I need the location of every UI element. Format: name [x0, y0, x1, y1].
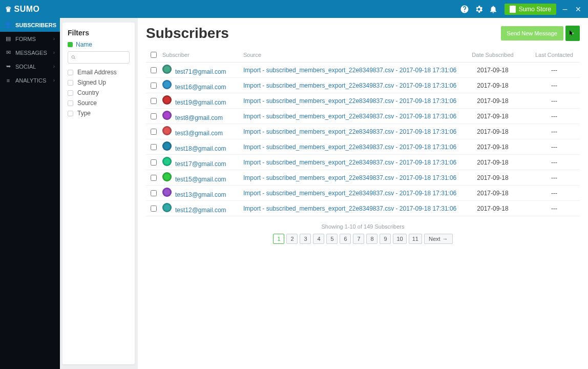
subscriber-email[interactable]: test12@gmail.com: [175, 207, 226, 214]
nav-label: ANALYTICS: [15, 77, 46, 84]
sumo-store-button[interactable]: Sumo Store: [505, 4, 556, 15]
select-all-checkbox[interactable]: [151, 52, 157, 58]
page-11[interactable]: 11: [409, 234, 422, 244]
filter-option-source[interactable]: Source: [68, 99, 130, 107]
close-icon[interactable]: ✕: [574, 5, 583, 13]
table-row[interactable]: test16@gmail.comImport - subscribed_memb…: [146, 78, 580, 93]
date-subscribed: 2017-09-18: [457, 97, 529, 105]
source-link[interactable]: Import - subscribed_members_export_22e83…: [243, 174, 456, 181]
table-row[interactable]: test8@gmail.comImport - subscribed_membe…: [146, 109, 580, 124]
date-subscribed: 2017-09-18: [457, 82, 529, 89]
subscriber-email[interactable]: test8@gmail.com: [175, 114, 223, 121]
next-label: Next: [429, 236, 440, 242]
source-link[interactable]: Import - subscribed_members_export_22e83…: [243, 128, 456, 135]
row-checkbox[interactable]: [151, 67, 157, 73]
avatar: [162, 126, 172, 135]
brand-logo: ♛ SUMO: [5, 5, 40, 14]
subscriber-email[interactable]: test19@gmail.com: [175, 99, 226, 106]
table-row[interactable]: test13@gmail.comImport - subscribed_memb…: [146, 186, 580, 201]
filter-name-check-icon: [68, 42, 73, 47]
page-10[interactable]: 10: [393, 234, 406, 244]
table-row[interactable]: test71@gmail.comImport - subscribed_memb…: [146, 63, 580, 78]
table-row[interactable]: test15@gmail.comImport - subscribed_memb…: [146, 170, 580, 186]
filter-name[interactable]: Name: [68, 41, 130, 48]
content: Filters Name Email Address Signed Up Cou…: [60, 18, 588, 369]
row-checkbox[interactable]: [151, 175, 157, 181]
row-checkbox[interactable]: [151, 113, 157, 119]
sidebar-item-forms[interactable]: ▤FORMS ›: [0, 32, 60, 46]
filter-option-label: Country: [77, 89, 99, 96]
page-7[interactable]: 7: [353, 234, 364, 244]
table-row[interactable]: test19@gmail.comImport - subscribed_memb…: [146, 93, 580, 109]
filters-title: Filters: [68, 29, 130, 37]
table-row[interactable]: test18@gmail.comImport - subscribed_memb…: [146, 139, 580, 155]
sidebar-item-social[interactable]: ➥SOCIAL ›: [0, 59, 60, 73]
subscriber-email[interactable]: test13@gmail.com: [175, 191, 226, 198]
subscriber-email[interactable]: test18@gmail.com: [175, 145, 226, 152]
table-row[interactable]: test17@gmail.comImport - subscribed_memb…: [146, 155, 580, 170]
row-checkbox[interactable]: [151, 206, 157, 212]
row-checkbox[interactable]: [151, 144, 157, 150]
page-8[interactable]: 8: [366, 234, 377, 244]
filter-search[interactable]: [68, 51, 130, 64]
chevron-right-icon: ›: [53, 36, 55, 42]
sidebar-item-subscribers[interactable]: 👤SUBSCRIBERS: [0, 18, 60, 32]
source-link[interactable]: Import - subscribed_members_export_22e83…: [243, 67, 456, 74]
row-checkbox[interactable]: [151, 190, 157, 196]
gear-icon[interactable]: [472, 2, 486, 16]
filter-option-label: Type: [77, 110, 91, 117]
row-checkbox[interactable]: [151, 83, 157, 89]
table-row[interactable]: test12@gmail.comImport - subscribed_memb…: [146, 201, 580, 216]
send-new-message-button[interactable]: Send New Message: [501, 26, 563, 40]
search-icon: [71, 55, 76, 60]
page-1[interactable]: 1: [273, 234, 284, 244]
minimize-icon[interactable]: –: [560, 5, 570, 14]
help-icon[interactable]: [457, 2, 472, 16]
sidebar-item-analytics[interactable]: ≡ANALYTICS ›: [0, 73, 60, 87]
row-checkbox[interactable]: [151, 98, 157, 104]
col-source: Source: [243, 52, 457, 58]
person-icon: 👤: [5, 22, 11, 28]
filter-option-email[interactable]: Email Address: [68, 69, 130, 76]
source-link[interactable]: Import - subscribed_members_export_22e83…: [243, 205, 456, 212]
source-link[interactable]: Import - subscribed_members_export_22e83…: [243, 190, 456, 197]
page-6[interactable]: 6: [340, 234, 351, 244]
sidebar-item-messages[interactable]: ✉MESSAGES ›: [0, 46, 60, 59]
source-link[interactable]: Import - subscribed_members_export_22e83…: [243, 82, 456, 89]
source-link[interactable]: Import - subscribed_members_export_22e83…: [243, 113, 456, 120]
source-link[interactable]: Import - subscribed_members_export_22e83…: [243, 144, 456, 151]
row-checkbox[interactable]: [151, 129, 157, 135]
page-2[interactable]: 2: [286, 234, 298, 244]
page-5[interactable]: 5: [326, 234, 338, 244]
page-next[interactable]: Next→: [424, 234, 453, 244]
row-checkbox[interactable]: [151, 159, 157, 166]
export-dropdown-button[interactable]: [565, 26, 580, 41]
avatar: [162, 65, 172, 74]
page-4[interactable]: 4: [313, 234, 324, 244]
filter-option-type[interactable]: Type: [68, 110, 130, 117]
subscriber-email[interactable]: test71@gmail.com: [175, 68, 226, 75]
avatar: [162, 203, 172, 212]
subscriber-email[interactable]: test3@gmail.com: [175, 130, 223, 137]
source-link[interactable]: Import - subscribed_members_export_22e83…: [243, 97, 456, 105]
checkbox-icon: [68, 111, 73, 116]
filter-option-country[interactable]: Country: [68, 89, 130, 96]
nav-label: SOCIAL: [15, 64, 36, 70]
subscriber-email[interactable]: test17@gmail.com: [175, 160, 226, 168]
filter-option-label: Signed Up: [77, 79, 106, 86]
avatar: [162, 157, 172, 166]
last-contacted: ---: [529, 190, 580, 197]
bell-icon[interactable]: [486, 2, 500, 16]
table-row[interactable]: test3@gmail.comImport - subscribed_membe…: [146, 124, 580, 139]
page-9[interactable]: 9: [380, 234, 391, 244]
subscriber-email[interactable]: test15@gmail.com: [175, 176, 226, 183]
subscriber-email[interactable]: test16@gmail.com: [175, 84, 226, 91]
source-link[interactable]: Import - subscribed_members_export_22e83…: [243, 159, 456, 166]
filter-option-signedup[interactable]: Signed Up: [68, 79, 130, 86]
filter-search-input[interactable]: [78, 54, 126, 60]
main-panel: Subscribers Send New Message Subscriber …: [138, 18, 588, 369]
topbar: ♛ SUMO Sumo Store – ✕: [0, 0, 588, 18]
page-3[interactable]: 3: [300, 234, 311, 244]
checkbox-icon: [68, 80, 73, 86]
date-subscribed: 2017-09-18: [457, 144, 529, 151]
